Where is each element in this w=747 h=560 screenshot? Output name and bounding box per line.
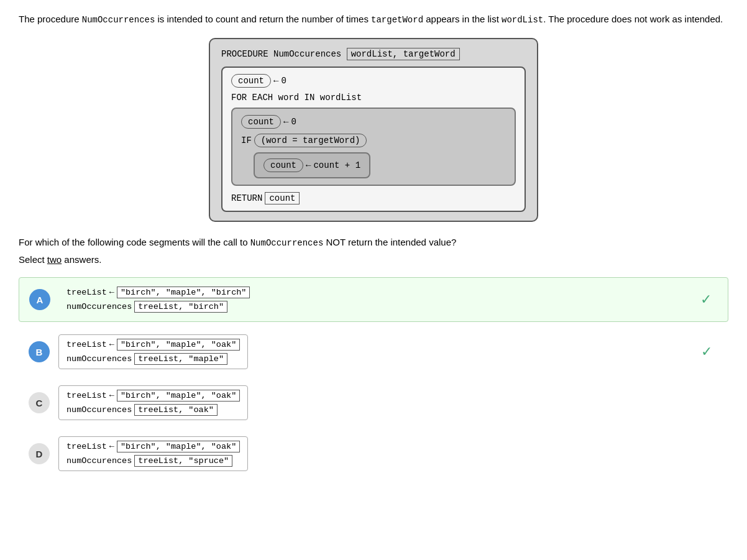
select-instructions: Select two answers.	[19, 254, 728, 265]
option-A-arrow1: ←	[109, 288, 114, 297]
option-C-code: treeList ← "birch", "maple", "oak" numOc…	[58, 385, 248, 420]
option-B-check: ✓	[701, 344, 718, 360]
if-keyword: IF	[241, 135, 252, 145]
option-A-line2: numOccurences treeList, "birch"	[66, 301, 250, 313]
option-D-var1: treeList	[66, 442, 107, 451]
intro-paragraph: The procedure NumOccurrences is intended…	[19, 12, 728, 27]
option-A-list1: "birch", "maple", "birch"	[117, 287, 250, 298]
question-text: For which of the following code segments…	[19, 237, 728, 248]
if-word-param: (word = targetWord)	[254, 134, 367, 147]
innermost-assign: count ← count + 1	[254, 152, 370, 178]
count-var-inner: count	[241, 115, 281, 129]
option-A-code: treeList ← "birch", "maple", "birch" num…	[59, 283, 257, 316]
option-D-args: treeList, "spruce"	[134, 455, 232, 467]
outer-white-box: count ← 0 FOR EACH word IN wordList coun…	[221, 67, 526, 212]
intro-text2: is intended to count and return the numb…	[155, 14, 371, 24]
if-line: IF (word = targetWord)	[241, 134, 506, 147]
option-D-line2: numOccurences treeList, "spruce"	[66, 455, 240, 467]
option-B-row[interactable]: B treeList ← "birch", "maple", "oak" num…	[19, 331, 728, 373]
option-C[interactable]: C treeList ← "birch", "maple", "oak" num…	[19, 382, 728, 424]
option-C-arrow1: ←	[109, 391, 114, 400]
intro-wordlist: wordList	[502, 15, 543, 25]
innermost-container: count ← count + 1	[241, 152, 506, 178]
option-C-line2: numOccurences treeList, "oak"	[66, 404, 240, 416]
option-B-args: treeList, "maple"	[134, 353, 227, 365]
question-mono: NumOccurrences	[250, 238, 324, 248]
option-B-code: treeList ← "birch", "maple", "oak" numOc…	[58, 334, 248, 369]
proc-header: PROCEDURE NumOccurences wordList, target…	[221, 48, 526, 60]
question-suffix: NOT return the intended value?	[323, 237, 456, 247]
option-A-line1: treeList ← "birch", "maple", "birch"	[66, 287, 250, 298]
option-B-letter: B	[29, 341, 50, 362]
select-suffix: answers.	[62, 254, 101, 265]
option-C-row[interactable]: C treeList ← "birch", "maple", "oak" num…	[19, 382, 728, 424]
intro-text1: The procedure	[19, 14, 82, 24]
option-B-line1: treeList ← "birch", "maple", "oak"	[66, 339, 240, 351]
arrow-inner: ←	[283, 117, 288, 127]
question-prefix: For which of the following code segments…	[19, 237, 250, 247]
count-left: count	[264, 158, 303, 172]
option-B-var1: treeList	[66, 340, 107, 349]
option-D-row[interactable]: D treeList ← "birch", "maple", "oak" num…	[19, 433, 728, 475]
count-assign-inner: count ← 0	[241, 115, 506, 129]
option-C-line1: treeList ← "birch", "maple", "oak"	[66, 390, 240, 402]
proc-name-label: PROCEDURE NumOccurences	[221, 49, 347, 59]
option-B[interactable]: B treeList ← "birch", "maple", "oak" num…	[19, 331, 728, 373]
select-prefix: Select	[19, 254, 47, 265]
option-B-proc: numOccurences	[66, 354, 132, 364]
intro-text4: . The procedure does not work as intende…	[543, 14, 723, 24]
count-var-outer: count	[231, 74, 271, 88]
option-A[interactable]: A treeList ← "birch", "maple", "birch" n…	[19, 277, 728, 322]
option-B-arrow1: ←	[109, 340, 114, 349]
return-line: RETURN count	[231, 192, 516, 204]
select-two: two	[47, 254, 62, 265]
option-A-row[interactable]: A treeList ← "birch", "maple", "birch" n…	[19, 277, 728, 322]
option-D-letter: D	[29, 443, 50, 464]
option-C-list1: "birch", "maple", "oak"	[117, 390, 240, 402]
option-D-code: treeList ← "birch", "maple", "oak" numOc…	[58, 436, 248, 471]
option-D-line1: treeList ← "birch", "maple", "oak"	[66, 441, 240, 452]
option-D-list1: "birch", "maple", "oak"	[117, 441, 240, 452]
intro-proc-name: NumOccurrences	[82, 15, 155, 25]
option-D-arrow1: ←	[109, 442, 114, 451]
option-C-letter: C	[29, 392, 50, 413]
option-A-var1: treeList	[66, 288, 107, 297]
proc-params: wordList, targetWord	[347, 48, 460, 60]
arrow-outer: ←	[273, 76, 278, 86]
procedure-diagram: PROCEDURE NumOccurences wordList, target…	[209, 38, 538, 222]
option-C-args: treeList, "oak"	[134, 404, 218, 416]
option-B-list1: "birch", "maple", "oak"	[117, 339, 240, 351]
inner-gray-box: count ← 0 IF (word = targetWord) count ←…	[231, 108, 516, 186]
option-D[interactable]: D treeList ← "birch", "maple", "oak" num…	[19, 433, 728, 475]
option-C-proc: numOccurences	[66, 405, 132, 415]
count-right: count + 1	[313, 160, 360, 170]
option-B-line2: numOccurences treeList, "maple"	[66, 353, 240, 365]
zero-inner: 0	[291, 117, 296, 127]
return-keyword: RETURN	[231, 193, 262, 203]
option-A-args: treeList, "birch"	[134, 301, 227, 313]
zero-outer: 0	[281, 76, 286, 86]
option-A-check: ✓	[700, 291, 718, 308]
for-each-line: FOR EACH word IN wordList	[231, 93, 516, 103]
option-A-letter: A	[29, 289, 50, 310]
count-assign-outer: count ← 0	[231, 74, 516, 88]
option-A-proc: numOccurences	[66, 302, 132, 311]
intro-targetword: targetWord	[371, 15, 423, 25]
intro-text3: appears in the list	[423, 14, 502, 24]
return-var: count	[265, 192, 300, 204]
arrow-innermost: ←	[306, 160, 311, 170]
option-D-proc: numOccurences	[66, 456, 132, 466]
option-C-var1: treeList	[66, 391, 107, 400]
